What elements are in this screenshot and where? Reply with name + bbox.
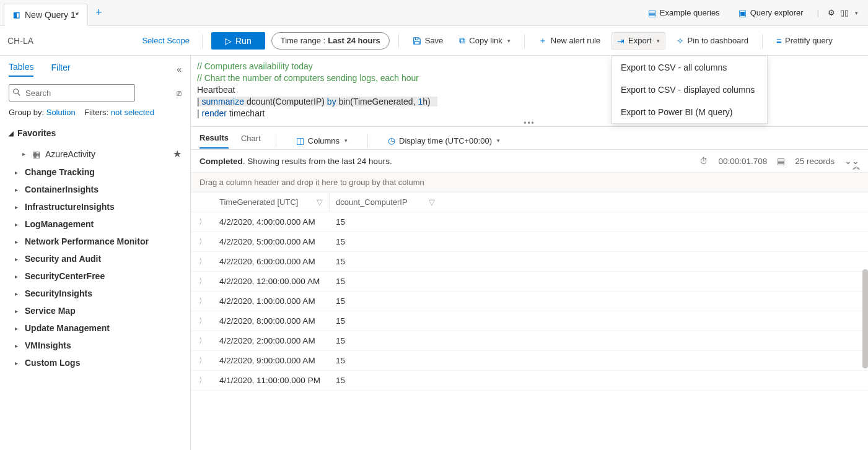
example-queries-button[interactable]: ▤ Example queries [643,4,725,22]
chevron-down-icon: ▾ [497,137,500,144]
sidebar-item[interactable]: ▸Security and Audit [9,250,182,267]
cell-count: 15 [330,351,441,370]
sidebar-item[interactable]: ▸Service Map [9,302,182,319]
sidebar-item[interactable]: ▸SecurityInsights [9,285,182,302]
sidebar-item-label: Security and Audit [25,254,101,264]
expand-row-icon[interactable]: 〉 [191,257,213,266]
tab-filter[interactable]: Filter [51,63,70,76]
explorer-icon: ▣ [739,8,747,18]
prettify-icon: ≡ [776,36,781,46]
filter-icon[interactable]: ▽ [429,197,435,207]
expand-row-icon[interactable]: 〉 [191,376,213,385]
col-dcount[interactable]: dcount_ComputerIP ▽ [330,193,441,212]
display-time-button[interactable]: ◷ Display time (UTC+00:00) ▾ [383,132,505,149]
group-drop-zone[interactable]: Drag a column header and drop it here to… [191,173,868,193]
search-input[interactable] [9,84,135,102]
export-csv-all[interactable]: Export to CSV - all columns [612,56,767,79]
preview-toggle-icon[interactable]: ⎚ [177,89,182,98]
sidebar-item-label: Update Management [25,323,110,333]
schema-sidebar: Tables Filter « ⎚ Group by: Solution Fil… [0,56,191,450]
collapse-sidebar-icon[interactable]: « [177,64,182,74]
panel-icon[interactable]: ▯▯ [840,8,849,17]
status-completed: Completed [199,157,243,166]
expand-column [191,197,213,207]
sidebar-item-label: SecurityInsights [25,288,92,298]
cell-time: 4/2/2020, 2:00:00.000 AM [213,331,330,350]
chevron-down-icon[interactable]: ▾ [855,10,858,16]
expand-row-icon[interactable]: 〉 [191,336,213,345]
kw: summarize [202,97,244,106]
groupby-value[interactable]: Solution [46,108,76,117]
select-scope-link[interactable]: Select Scope [142,36,190,45]
query-explorer-label: Query explorer [750,8,804,17]
query-explorer-button[interactable]: ▣ Query explorer [734,4,809,22]
chevron-right-icon: ▸ [15,308,20,314]
expand-row-icon[interactable]: 〉 [191,296,213,306]
export-powerbi[interactable]: Export to Power BI (M query) [612,101,767,123]
add-tab-button[interactable]: + [95,6,102,19]
table-row[interactable]: 〉4/2/2020, 6:00:00.000 AM15 [191,252,868,272]
time-range-picker[interactable]: Time range : Last 24 hours [271,32,390,50]
chevron-right-icon: ▸ [15,290,20,297]
filters-value[interactable]: not selected [111,108,154,117]
table-row[interactable]: 〉4/2/2020, 5:00:00.000 AM15 [191,232,868,252]
sidebar-item[interactable]: ▸Update Management [9,319,182,337]
table-row[interactable]: 〉4/2/2020, 1:00:00.000 AM15 [191,292,868,311]
copy-link-label: Copy link [469,36,502,45]
star-icon[interactable]: ★ [173,148,182,160]
expand-row-icon[interactable]: 〉 [191,356,213,365]
favorites-header[interactable]: ◢ Favorites [9,128,182,138]
expand-row-icon[interactable]: 〉 [191,277,213,286]
tab-chart[interactable]: Chart [241,134,261,148]
pin-button[interactable]: ✧ Pin to dashboard [672,32,753,50]
prettify-button[interactable]: ≡ Prettify query [771,32,838,50]
sidebar-item-label: Custom Logs [25,358,80,368]
sidebar-item[interactable]: ▸Custom Logs [9,354,182,371]
favorite-azureactivity[interactable]: ▸ ▦ AzureActivity ★ [9,144,182,163]
table-row[interactable]: 〉4/2/2020, 4:00:00.000 AM15 [191,212,868,232]
query-toolbar: CH-LA Select Scope ▷ Run Time range : La… [0,26,868,56]
gear-icon[interactable]: ⚙ [828,8,835,17]
time-range-label: Time range : [281,36,326,45]
col-timegenerated[interactable]: TimeGenerated [UTC] ▽ [213,193,330,212]
sidebar-item[interactable]: ▸Network Performance Monitor [9,233,182,250]
copy-link-button[interactable]: ⧉ Copy link ▾ [454,32,515,50]
cell-time: 4/2/2020, 6:00:00.000 AM [213,252,330,271]
table-row[interactable]: 〉4/2/2020, 12:00:00.000 AM15 [191,272,868,292]
expand-row-icon[interactable]: 〉 [191,237,213,246]
sidebar-item[interactable]: ▸Change Tracking [9,163,182,181]
run-button[interactable]: ▷ Run [211,32,265,50]
export-csv-displayed[interactable]: Export to CSV - displayed columns [612,79,767,101]
save-button[interactable]: Save [408,32,449,50]
cell-count: 15 [330,331,441,350]
link-icon: ⧉ [459,35,465,46]
sidebar-item[interactable]: ▸SecurityCenterFree [9,267,182,285]
grid-header: TimeGenerated [UTC] ▽ dcount_ComputerIP … [191,193,868,212]
table-row[interactable]: 〉4/2/2020, 2:00:00.000 AM15 [191,331,868,351]
sidebar-item[interactable]: ▸ContainerInsights [9,181,182,198]
sidebar-item[interactable]: ▸VMInsights [9,337,182,354]
tab-tables[interactable]: Tables [9,62,33,77]
expand-row-icon[interactable]: 〉 [191,316,213,326]
export-button[interactable]: ⇥ Export ▾ [612,32,665,50]
sidebar-item[interactable]: ▸LogManagement [9,215,182,233]
cell-time: 4/1/2020, 11:00:00.000 PM [213,371,330,390]
query-tab[interactable]: ◧ New Query 1* [4,4,88,26]
tab-results[interactable]: Results [199,133,229,149]
sidebar-item[interactable]: ▸InfrastructureInsights [9,198,182,215]
cell-count: 15 [330,272,441,291]
expand-row-icon[interactable]: 〉 [191,217,213,227]
table-row[interactable]: 〉4/2/2020, 9:00:00.000 AM15 [191,351,868,371]
sidebar-item-label: InfrastructureInsights [25,202,115,212]
table-row[interactable]: 〉4/2/2020, 8:00:00.000 AM15 [191,311,868,331]
col-label: TimeGenerated [UTC] [219,197,298,207]
columns-button[interactable]: ◫ Columns ▾ [291,132,353,149]
table-row[interactable]: 〉4/1/2020, 11:00:00.000 PM15 [191,371,868,391]
collapse-editor-icon[interactable]: ︽ [853,161,861,172]
scrollbar-thumb[interactable] [862,269,868,368]
status-bar: Completed. Showing results from the last… [191,149,868,173]
filter-icon[interactable]: ▽ [317,197,323,207]
pin-icon: ✧ [677,36,684,46]
chevron-right-icon: ▸ [22,150,27,157]
new-alert-button[interactable]: ＋ New alert rule [533,32,605,50]
